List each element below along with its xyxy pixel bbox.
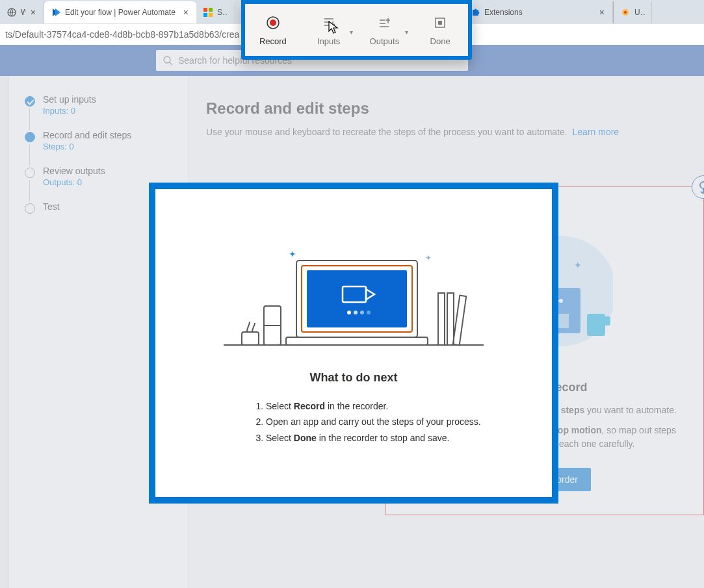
outputs-icon: [376, 14, 393, 31]
circle-icon: [25, 132, 35, 142]
svg-point-7: [164, 57, 170, 63]
stop-icon: [432, 14, 449, 31]
svg-rect-44: [447, 293, 454, 345]
tab-setup[interactable]: Set u: [196, 1, 235, 23]
check-icon: [25, 96, 35, 107]
step-sub: Inputs: 0: [43, 106, 176, 116]
tab-label: Extensions: [484, 8, 594, 17]
svg-rect-4: [209, 13, 213, 17]
tab-extensions[interactable]: Extensions ×: [463, 1, 613, 23]
step-set-up-inputs[interactable]: Set up inputs Inputs: 0: [25, 94, 176, 116]
recorder-toolbar: Record Inputs ▾ Outputs ▾ Done: [241, 0, 472, 60]
step-label: Set up inputs: [43, 94, 176, 105]
svg-point-39: [354, 311, 358, 314]
svg-rect-42: [286, 337, 428, 345]
svg-point-49: [270, 19, 276, 26]
svg-rect-2: [209, 8, 213, 12]
step-label: Record and edit steps: [43, 130, 176, 140]
page-title: Record and edit steps: [206, 99, 687, 118]
circle-icon: [25, 203, 35, 214]
svg-line-8: [170, 62, 172, 65]
svg-rect-45: [453, 296, 466, 346]
svg-text:✦: ✦: [425, 253, 432, 262]
inputs-icon: [320, 14, 337, 31]
left-rail: [0, 76, 9, 588]
svg-rect-26: [604, 316, 610, 326]
chevron-down-icon: ▾: [405, 29, 408, 36]
svg-text:✦: ✦: [289, 249, 296, 259]
svg-point-9: [700, 182, 704, 188]
svg-rect-1: [203, 8, 207, 12]
tab-label: Set u: [217, 8, 228, 17]
step-label: Review outputs: [43, 166, 176, 176]
svg-rect-25: [587, 314, 605, 336]
outputs-button[interactable]: Outputs ▾: [357, 4, 413, 56]
chevron-down-icon: ▾: [350, 29, 353, 36]
svg-rect-35: [307, 270, 407, 327]
record-icon: [265, 14, 281, 31]
tutorial-modal: ✦ ✦ What to do next Select Record in the…: [149, 183, 558, 504]
tab-power-automate[interactable]: Edit your flow | Power Automate ×: [44, 1, 196, 23]
tab-label: Edit your flow | Power Automate: [65, 8, 178, 17]
tab-web-store[interactable]: Web Stor ×: [0, 1, 44, 23]
inputs-button[interactable]: Inputs ▾: [301, 4, 357, 56]
tab-label: Web Stor: [21, 8, 25, 17]
tutorial-step-2: Open an app and carry out the steps of y…: [266, 415, 526, 429]
circle-icon: [25, 168, 35, 178]
close-icon[interactable]: ×: [29, 7, 37, 18]
svg-rect-43: [438, 293, 445, 345]
tutorial-illustration: ✦ ✦: [181, 215, 526, 352]
tutorial-steps: Select Record in the recorder. Open an a…: [181, 399, 526, 445]
tab-ui-flow[interactable]: UI fl: [613, 1, 652, 23]
page-subtitle: Use your mouse and keyboard to recreate …: [206, 127, 687, 137]
microsoft-icon: [203, 7, 213, 18]
svg-rect-59: [438, 21, 442, 25]
svg-text:✦: ✦: [574, 260, 582, 270]
flow-icon: [51, 7, 61, 18]
close-icon[interactable]: ×: [182, 7, 190, 18]
done-label: Done: [430, 36, 450, 46]
record-button[interactable]: Record: [245, 4, 301, 56]
svg-point-6: [624, 11, 627, 14]
svg-rect-30: [242, 332, 259, 345]
close-icon[interactable]: ×: [598, 7, 606, 18]
tutorial-step-3: Select Done in the recorder to stop and …: [266, 431, 526, 445]
pin-icon[interactable]: [692, 175, 704, 199]
search-icon: [163, 55, 173, 66]
tab-label: UI fl: [634, 8, 645, 17]
svg-point-40: [360, 311, 364, 314]
tutorial-step-1: Select Record in the recorder.: [266, 399, 526, 413]
learn-more-link[interactable]: Learn more: [573, 127, 619, 137]
address-text: ts/Default-37574ca4-cde8-4d8b-bcb8-897b1…: [5, 29, 239, 40]
svg-point-41: [367, 311, 371, 314]
svg-rect-3: [203, 13, 207, 17]
inputs-label: Inputs: [317, 36, 340, 46]
outputs-label: Outputs: [370, 36, 400, 46]
step-sub: Steps: 0: [43, 142, 176, 151]
step-record-edit[interactable]: Record and edit steps Steps: 0: [25, 130, 176, 151]
svg-point-38: [347, 311, 351, 314]
globe-icon: [7, 7, 17, 18]
tutorial-heading: What to do next: [181, 371, 526, 385]
record-label: Record: [259, 36, 287, 46]
dot-icon: [620, 7, 631, 18]
done-button[interactable]: Done: [412, 4, 468, 56]
